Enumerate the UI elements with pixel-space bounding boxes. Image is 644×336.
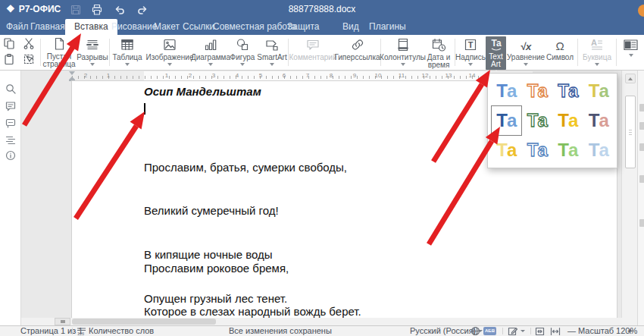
- smartart-button[interactable]: SmartArt: [257, 36, 287, 70]
- tab-references[interactable]: Ссылки: [183, 19, 214, 35]
- redo-button[interactable]: [135, 3, 150, 16]
- user-avatar[interactable]: [638, 5, 644, 17]
- tab-view[interactable]: Вид: [342, 19, 359, 35]
- text-box-icon: T: [463, 36, 478, 52]
- track-changes-button[interactable]: [508, 326, 525, 336]
- text-art-button[interactable]: Ta Text Art: [486, 36, 506, 70]
- comments-panel-icon[interactable]: [4, 99, 17, 113]
- breaks-button[interactable]: Разрывы: [77, 36, 108, 70]
- hyperlink-button[interactable]: Гиперссылка: [336, 36, 379, 70]
- drop-cap-button[interactable]: A Буквица: [580, 36, 614, 70]
- tab-plugins[interactable]: Плагины: [369, 19, 406, 35]
- comment-icon: [305, 36, 320, 52]
- textart-style-option[interactable]: Ta: [522, 105, 553, 135]
- image-button[interactable]: Изображение: [146, 36, 193, 70]
- textart-gallery-dropdown: TaTaTaTaTaTaTaTaTaTaTaTa: [487, 73, 617, 168]
- paste-button[interactable]: [2, 52, 16, 66]
- header-footer-icon: [395, 36, 411, 52]
- table-icon: [120, 36, 135, 52]
- smartart-icon: [264, 36, 280, 52]
- save-button[interactable]: [68, 3, 83, 16]
- zoom-out-button[interactable]: —: [567, 326, 576, 336]
- header-footer-button[interactable]: Колонтитулы: [382, 36, 424, 70]
- text-box-button[interactable]: T Надпись: [455, 36, 486, 70]
- first-line-indent-marker[interactable]: [69, 71, 75, 75]
- breaks-label: Разрывы: [77, 54, 108, 61]
- textart-style-option[interactable]: Ta: [522, 136, 553, 165]
- hyperlink-icon: [350, 36, 365, 52]
- textart-style-option[interactable]: Ta: [583, 136, 614, 165]
- app-logo: ❖ Р7-ОФИС: [6, 3, 61, 14]
- comment-button[interactable]: Комментарий: [290, 36, 336, 70]
- blank-page-button[interactable]: Пустая страница: [42, 36, 77, 70]
- textart-style-option-selected[interactable]: Ta: [491, 105, 522, 135]
- vertical-scroll-thumb[interactable]: [625, 96, 636, 168]
- textart-style-option[interactable]: Ta: [491, 136, 522, 165]
- symbol-button[interactable]: Ω Символ: [544, 36, 576, 70]
- table-label: Таблица: [112, 54, 142, 61]
- shape-button[interactable]: Фигура: [228, 36, 257, 70]
- tab-draw[interactable]: Рисование: [111, 19, 157, 35]
- textart-style-option[interactable]: Ta: [552, 136, 583, 165]
- ribbon-tabs: Файл Главная Вставка Рисование Макет Ссы…: [0, 19, 644, 35]
- print-button[interactable]: [89, 3, 105, 16]
- save-status: Все изменения сохранены: [229, 326, 332, 336]
- svg-text:Ta: Ta: [491, 38, 501, 49]
- table-button[interactable]: Таблица: [111, 36, 144, 70]
- horizontal-scroll-button[interactable]: [55, 318, 70, 325]
- tab-collaboration[interactable]: Совместная работа: [213, 19, 296, 35]
- horizontal-scroll-thumb[interactable]: [72, 319, 216, 325]
- app-name: Р7-ОФИС: [19, 4, 61, 14]
- tab-insert[interactable]: Вставка: [65, 19, 117, 35]
- status-bar: Страница 1 из 1 123 Количество слов Все …: [0, 325, 644, 336]
- textart-style-option[interactable]: Ta: [552, 76, 583, 105]
- tab-protection[interactable]: Защита: [287, 19, 320, 35]
- image-icon: [162, 36, 177, 52]
- blank-page-label: Пустая страница: [42, 53, 77, 68]
- textart-style-option[interactable]: Ta: [583, 76, 614, 105]
- drop-cap-label: Буквица: [583, 54, 611, 61]
- textart-style-option[interactable]: Ta: [522, 76, 553, 105]
- date-time-icon: [431, 36, 446, 52]
- tab-layout[interactable]: Макет: [154, 19, 180, 35]
- fit-width-button[interactable]: [550, 326, 561, 336]
- copy-button[interactable]: [2, 36, 16, 50]
- zoom-in-button[interactable]: +: [627, 326, 633, 336]
- shape-label: Фигура: [230, 54, 255, 61]
- word-count-icon[interactable]: 123: [77, 326, 86, 336]
- drop-cap-icon: A: [589, 36, 605, 52]
- navigation-panel-icon[interactable]: [4, 133, 17, 146]
- undo-button[interactable]: [112, 3, 127, 16]
- text-art-label: Text Art: [486, 53, 506, 68]
- horizontal-scrollbar[interactable]: [21, 318, 622, 325]
- right-panel-toggle-button[interactable]: [620, 36, 642, 70]
- equation-label: Уравнение: [507, 54, 545, 61]
- fit-page-button[interactable]: [535, 326, 545, 336]
- image-label: Изображение: [146, 54, 194, 61]
- chart-button[interactable]: Диаграмма: [193, 36, 228, 70]
- cut-button[interactable]: [22, 36, 36, 50]
- app-window: ❖ Р7-ОФИС 888778888.docx Файл Главная Вс…: [0, 0, 644, 336]
- textart-style-option[interactable]: Ta: [583, 105, 614, 135]
- about-icon[interactable]: [4, 149, 17, 162]
- hyperlink-label: Гиперссылка: [334, 54, 380, 61]
- select-tool-button[interactable]: [22, 52, 36, 66]
- word-count-label[interactable]: Количество слов: [89, 326, 154, 336]
- date-time-button[interactable]: Дата и время: [424, 36, 454, 70]
- symbol-icon: Ω: [555, 36, 564, 52]
- equation-button[interactable]: √x Уравнение: [508, 36, 544, 70]
- chat-panel-icon[interactable]: [4, 116, 17, 130]
- search-icon[interactable]: [4, 82, 17, 96]
- chart-icon: [203, 36, 218, 52]
- set-language-globe-icon[interactable]: [470, 326, 480, 336]
- vertical-scrollbar[interactable]: [621, 71, 637, 325]
- textart-style-option[interactable]: Ta: [552, 105, 583, 135]
- scroll-up-button[interactable]: [625, 74, 636, 83]
- spellcheck-toggle[interactable]: АБВ: [483, 327, 496, 335]
- page-indicator[interactable]: Страница 1 из 1: [20, 326, 83, 336]
- header-footer-label: Колонтитулы: [380, 54, 426, 61]
- textart-style-option[interactable]: Ta: [491, 76, 522, 105]
- comment-label: Комментарий: [289, 54, 337, 61]
- tab-file[interactable]: Файл: [6, 19, 29, 35]
- tab-home[interactable]: Главная: [30, 19, 65, 35]
